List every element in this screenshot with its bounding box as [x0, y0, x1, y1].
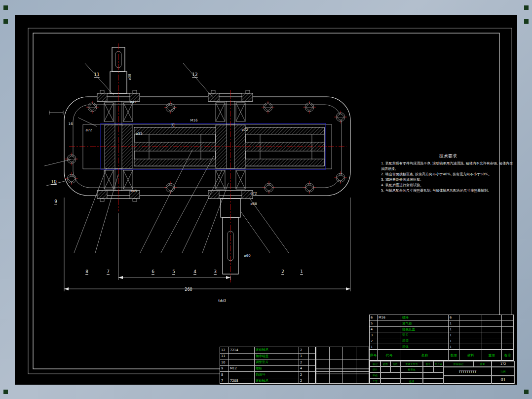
- technical-requirements: 技术要求 1. 装配前所有零件均须清洗干净, 滚动轴承用汽油清洗, 箱体内不允许…: [381, 153, 515, 194]
- table-cell: 轴承端盖: [255, 354, 299, 360]
- dim-overall-width: 660: [218, 299, 226, 303]
- table-cell: 材料: [459, 350, 482, 361]
- table-cell: M12: [229, 366, 255, 372]
- tb-zone: 分区: [390, 361, 400, 366]
- table-cell: 2: [299, 359, 309, 366]
- tb-date: 年月日: [433, 361, 444, 366]
- table-cell: 数量: [449, 350, 459, 361]
- callout-leaders: [44, 63, 289, 253]
- tb-scale-value: 1?2: [492, 361, 515, 367]
- table-cell: [482, 315, 502, 321]
- bom-table-right-header: 序号代号名称数量材料重量备注: [369, 350, 514, 360]
- callout-5: 5: [172, 269, 175, 274]
- table-row: 2箱盖1: [370, 338, 514, 344]
- table-cell: 7208: [229, 378, 255, 385]
- dia-label-bearing-seat-top: ø55: [136, 132, 142, 136]
- callout-6: 6: [152, 269, 154, 274]
- tb-sheet-number: 01: [492, 376, 515, 384]
- dia-label-output-top: ø72: [241, 128, 248, 132]
- tb-cell: [423, 366, 433, 372]
- table-cell: [482, 327, 502, 333]
- table-row: 77208滚动轴承2: [220, 378, 315, 385]
- table-cell: [482, 332, 502, 338]
- dim-left-dia: ø72: [85, 128, 92, 132]
- tb-cell: [444, 376, 492, 384]
- dim-center-distance: 260: [185, 287, 192, 292]
- dia-label-output-end: ø60: [244, 254, 250, 258]
- tb-mark: 标记: [370, 361, 380, 366]
- callout-7: 7: [107, 269, 110, 274]
- callout-4: 4: [193, 269, 196, 274]
- table-cell: [309, 378, 315, 385]
- corner-mark: [3, 390, 8, 394]
- table-cell: 1: [449, 327, 459, 333]
- table-cell: [459, 321, 482, 327]
- table-cell: [459, 327, 482, 333]
- table-cell: [309, 372, 315, 378]
- title-block: 标记 处数 分区 更改文件号 签名 年月日 设计 标准化 审核 工艺 批准 阶段…: [369, 360, 514, 384]
- cad-preview-page: 11 12 10 9 8 7 6 5 4 3 2 1 ø38 ø42 ø55 ø…: [0, 0, 532, 399]
- callout-11: 11: [94, 72, 99, 77]
- dia-label-shaft-end: ø38: [128, 74, 132, 80]
- table-cell: 2: [370, 338, 378, 344]
- table-row: 3垫片1: [370, 332, 514, 338]
- tb-cell: [433, 366, 444, 372]
- table-row: 10调整垫片2: [220, 359, 315, 366]
- table-cell: [309, 347, 315, 354]
- cap-depth-label: 25: [171, 123, 175, 127]
- tech-requirements-lines: 1. 装配前所有零件均须清洗干净, 滚动轴承用汽油清洗, 箱体内不允许有杂物, …: [381, 161, 515, 194]
- empty-grid: [316, 347, 369, 384]
- table-cell: [459, 338, 482, 344]
- table-cell: 滚动轴承: [255, 378, 299, 385]
- tb-cell: [423, 372, 444, 378]
- dia-label-bearing-seat-bottom: ø45: [130, 189, 137, 193]
- dia-label-shaft-step: ø42: [130, 100, 136, 104]
- table-cell: [378, 321, 401, 327]
- table-row: 127214滚动轴承2: [220, 347, 315, 354]
- table-cell: 11: [220, 354, 229, 360]
- table-cell: [229, 372, 255, 378]
- callout-1: 1: [300, 269, 303, 274]
- callout-10: 10: [51, 179, 56, 184]
- tb-change-file: 更改文件号: [400, 361, 423, 366]
- table-cell: 3: [370, 332, 378, 338]
- table-cell: [309, 354, 315, 360]
- tb-doc-title: ?????????: [444, 367, 492, 376]
- table-cell: [482, 338, 502, 344]
- text-line: 3. 减速器剖分面涂密封胶。: [381, 177, 515, 183]
- table-row: 8挡油环2: [220, 372, 315, 378]
- tb-cell: [400, 372, 423, 378]
- table-cell: 9: [220, 366, 229, 372]
- tech-requirements-title: 技术要求: [381, 153, 515, 160]
- tb-stage: 阶段标记: [444, 361, 473, 367]
- table-cell: 名称: [401, 350, 449, 361]
- table-cell: 1: [449, 332, 459, 338]
- tb-review: 审核: [370, 372, 380, 378]
- tb-cell: [380, 366, 390, 372]
- table-cell: 6: [449, 315, 459, 321]
- table-cell: 垫片: [401, 332, 449, 338]
- dim-left-offset: 16: [69, 122, 73, 126]
- dimension-lines: [49, 111, 350, 291]
- table-row: 序号代号名称数量材料重量备注: [370, 350, 514, 361]
- table-cell: 备注: [502, 350, 514, 361]
- table-cell: 螺栓: [255, 366, 299, 372]
- table-cell: 1: [449, 338, 459, 344]
- table-cell: 2: [299, 347, 309, 354]
- table-cell: 10: [220, 359, 229, 366]
- table-row: 5通气器1: [370, 321, 514, 327]
- table-cell: 挡油环: [255, 372, 299, 378]
- bom-table-left: 127214滚动轴承211轴承端盖110调整垫片29M12螺栓48挡油环2772…: [220, 347, 316, 384]
- table-cell: [378, 332, 401, 338]
- tb-weight: 重量: [473, 361, 492, 367]
- table-cell: [502, 321, 514, 327]
- text-line: 2. 啮合齿面接触斑点, 按齿高方向不小于40%, 按齿宽方向不小于50%。: [381, 172, 515, 177]
- table-cell: [502, 327, 514, 333]
- table-row: 11轴承端盖1: [220, 354, 315, 360]
- tb-cell: [380, 378, 400, 384]
- table-cell: [502, 332, 514, 338]
- table-cell: 滚动轴承: [255, 347, 299, 354]
- table-cell: 12: [220, 347, 229, 354]
- dia-label-output-cap: ø68: [250, 202, 257, 206]
- table-cell: M16: [378, 315, 401, 321]
